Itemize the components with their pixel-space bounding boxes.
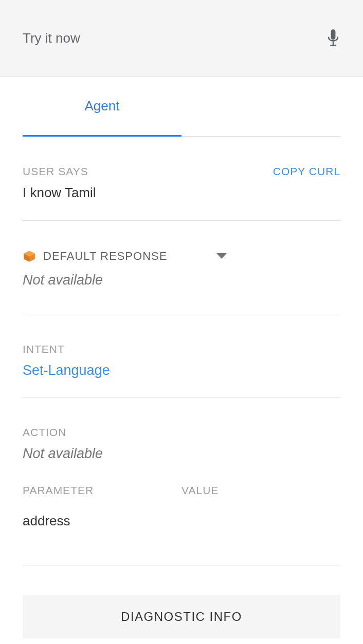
diagnostic-info-button[interactable]: DIAGNOSTIC INFO xyxy=(23,595,340,638)
svg-marker-6 xyxy=(216,253,227,259)
user-says-section: USER SAYS COPY CURL I know Tamil xyxy=(23,137,340,221)
divider xyxy=(23,565,340,565)
try-it-now-input[interactable] xyxy=(23,30,326,46)
tab-agent-label: Agent xyxy=(85,98,120,114)
response-title: DEFAULT RESPONSE xyxy=(43,250,209,263)
action-label: ACTION xyxy=(23,426,340,439)
copy-curl-link[interactable]: COPY CURL xyxy=(273,165,340,178)
user-says-label: USER SAYS xyxy=(23,165,88,178)
action-value: Not available xyxy=(23,446,340,467)
microphone-icon[interactable] xyxy=(326,28,340,49)
table-row: address xyxy=(23,513,340,529)
intent-value-link[interactable]: Set-Language xyxy=(23,363,340,387)
tab-agent[interactable]: Agent xyxy=(23,77,182,137)
parameter-header: PARAMETER xyxy=(23,484,182,497)
response-dropdown[interactable]: DEFAULT RESPONSE xyxy=(23,250,340,263)
user-says-value: I know Tamil xyxy=(23,185,340,210)
intent-label: INTENT xyxy=(23,343,340,355)
action-section: ACTION Not available PARAMETER VALUE add… xyxy=(23,397,340,571)
response-value: Not available xyxy=(23,272,340,293)
parameter-cell: address xyxy=(23,513,182,529)
tab-bar: Agent xyxy=(23,77,340,137)
try-it-now-bar xyxy=(0,0,363,77)
svg-rect-0 xyxy=(331,29,336,40)
response-section: DEFAULT RESPONSE Not available xyxy=(23,221,340,314)
value-cell xyxy=(182,513,340,529)
cube-icon xyxy=(23,250,36,263)
value-header: VALUE xyxy=(182,484,340,497)
intent-section: INTENT Set-Language xyxy=(23,314,340,397)
chevron-down-icon xyxy=(216,253,227,260)
parameter-table: PARAMETER VALUE address xyxy=(23,484,340,529)
tab-empty[interactable] xyxy=(182,77,340,136)
